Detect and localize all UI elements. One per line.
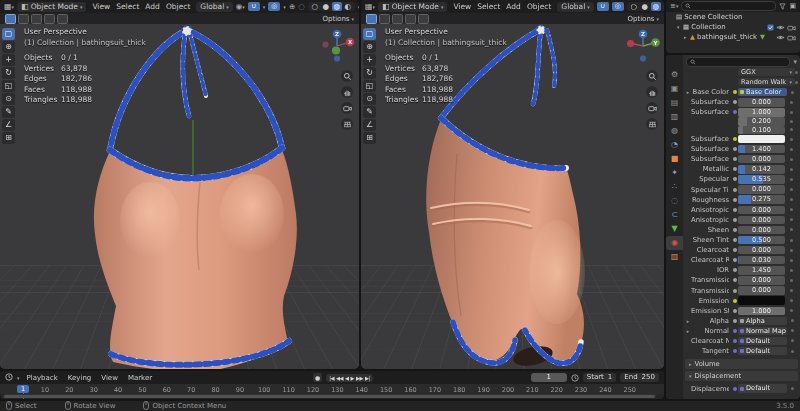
properties-tab-modifiers[interactable]: ✦ bbox=[666, 166, 683, 180]
properties-tab-world[interactable]: ◔ bbox=[666, 138, 683, 152]
move-tool[interactable]: + bbox=[363, 54, 376, 66]
menu-select[interactable]: Select bbox=[113, 2, 142, 11]
property-value-field[interactable]: 1.000 bbox=[738, 307, 785, 315]
animate-decorator[interactable] bbox=[785, 101, 798, 104]
property-value-field[interactable]: 0.000 bbox=[738, 286, 785, 294]
timeline-menu-marker[interactable]: Marker bbox=[125, 374, 155, 382]
property-value-field[interactable]: 0.535 bbox=[738, 175, 785, 183]
property-value-field[interactable]: 0.200 bbox=[738, 117, 785, 125]
outliner-row-scene-collection[interactable]: ▤Scene Collection bbox=[666, 12, 800, 22]
animate-decorator[interactable] bbox=[787, 319, 798, 322]
show-gizmo-icon[interactable]: ⊕ bbox=[289, 2, 295, 11]
properties-tab-texture[interactable]: ▨ bbox=[666, 250, 683, 264]
color-swatch[interactable] bbox=[738, 135, 785, 143]
menu-view[interactable]: View bbox=[450, 2, 474, 11]
properties-tab-tool[interactable]: ⚙ bbox=[666, 68, 683, 82]
animate-decorator[interactable] bbox=[785, 148, 798, 151]
shading-rendered-icon[interactable]: ◐ bbox=[662, 2, 664, 11]
timeline-ruler[interactable]: 1020304050607080901001101201301401501601… bbox=[0, 384, 664, 394]
current-frame-field[interactable]: 1 bbox=[531, 373, 567, 382]
shading-wireframe-icon[interactable]: ○ bbox=[629, 2, 639, 11]
properties-tab-scene[interactable]: ◍ bbox=[666, 124, 683, 138]
properties-tab-particles[interactable]: ∴ bbox=[666, 180, 683, 194]
outliner-editor-icon[interactable]: ≡▾ bbox=[670, 2, 678, 10]
animate-decorator[interactable] bbox=[785, 138, 798, 141]
select-mode-subtract[interactable] bbox=[392, 14, 403, 24]
rotate-tool[interactable]: ↻ bbox=[363, 67, 376, 79]
options-dropdown[interactable]: Options▾ bbox=[627, 15, 659, 23]
new-collection-icon[interactable]: ▣ bbox=[789, 2, 796, 10]
timeline-scrollbar[interactable] bbox=[4, 395, 655, 398]
property-value-field[interactable]: 0.000 bbox=[738, 226, 785, 234]
animate-decorator[interactable] bbox=[785, 309, 798, 312]
animate-decorator[interactable] bbox=[787, 329, 798, 332]
properties-filter-icon[interactable]: ▾ bbox=[793, 58, 797, 66]
shading-solid-icon[interactable]: ● bbox=[321, 2, 331, 11]
camera-toggle-icon[interactable] bbox=[787, 34, 796, 41]
properties-tab-object[interactable]: ■ bbox=[666, 152, 683, 166]
annotate-tool[interactable]: ✎ bbox=[2, 106, 15, 118]
animate-decorator[interactable] bbox=[787, 387, 798, 390]
outliner-search-input[interactable] bbox=[681, 1, 776, 11]
prev-keyframe-button[interactable]: ◀◀ bbox=[336, 375, 343, 381]
auto-keying-button[interactable]: ● bbox=[313, 373, 322, 382]
property-value-field[interactable]: 0.100 bbox=[738, 126, 785, 134]
distribution-dropdown[interactable]: GGX▾ bbox=[738, 68, 795, 77]
property-value-field[interactable]: 0.000 bbox=[738, 216, 785, 224]
pivot-point-icon[interactable]: ◉▾ bbox=[236, 2, 245, 11]
properties-tab-physics[interactable]: ◌ bbox=[666, 194, 683, 208]
timeline-menu-playback[interactable]: Playback bbox=[24, 374, 61, 382]
eye-toggle-icon[interactable] bbox=[776, 24, 785, 31]
rotate-tool[interactable]: ↻ bbox=[2, 67, 15, 79]
add-cube-tool[interactable]: ⊞ bbox=[363, 132, 376, 144]
select-mode-invert[interactable] bbox=[405, 14, 416, 24]
property-value-field[interactable]: 0.000 bbox=[738, 276, 785, 284]
navigation-gizmo[interactable]: Z X bbox=[320, 27, 356, 64]
menu-add[interactable]: Add bbox=[503, 2, 524, 11]
pan-icon[interactable] bbox=[341, 86, 353, 98]
animate-decorator[interactable] bbox=[785, 188, 798, 191]
playhead-badge[interactable]: 1 bbox=[17, 385, 29, 394]
filter-icon[interactable] bbox=[779, 3, 786, 10]
measure-tool[interactable]: ∠ bbox=[363, 119, 376, 131]
grid-icon[interactable] bbox=[341, 118, 353, 130]
animate-decorator[interactable] bbox=[785, 111, 798, 114]
animate-decorator[interactable] bbox=[785, 299, 798, 302]
outliner-row-bathingsuit-thick[interactable]: ▸▲bathingsuit_thick▼ bbox=[666, 32, 800, 42]
animate-decorator[interactable] bbox=[787, 339, 798, 342]
shading-material-preview-icon[interactable]: ◍ bbox=[651, 2, 661, 11]
animate-decorator[interactable] bbox=[785, 249, 798, 252]
animate-decorator[interactable] bbox=[785, 208, 798, 211]
menu-object[interactable]: Object bbox=[163, 2, 193, 11]
property-value-field[interactable]: Default bbox=[738, 384, 787, 392]
select-mode-set[interactable] bbox=[5, 14, 16, 24]
property-value-field[interactable]: Normal Map bbox=[738, 327, 787, 335]
timeline-menu-keying[interactable]: Keying bbox=[65, 374, 95, 382]
play-reverse-button[interactable]: ◀ bbox=[345, 375, 349, 381]
properties-tab-constraints[interactable]: ⊂ bbox=[666, 208, 683, 222]
add-cube-tool[interactable]: ⊞ bbox=[2, 132, 15, 144]
editor-type-icon[interactable]: ▦▾ bbox=[4, 2, 14, 11]
property-value-field[interactable]: Default bbox=[738, 347, 787, 355]
animate-decorator[interactable] bbox=[785, 120, 798, 123]
select-mode-intersect[interactable] bbox=[57, 14, 68, 24]
property-value-field[interactable]: Base Color bbox=[738, 88, 787, 96]
animate-decorator[interactable] bbox=[785, 128, 798, 131]
jump-to-end-button[interactable]: ▶| bbox=[365, 375, 370, 381]
measure-tool[interactable]: ∠ bbox=[2, 119, 15, 131]
viewport-canvas[interactable]: ▢⊕+↻◱⊙✎∠⊞ User Perspective (1) Collectio… bbox=[0, 24, 359, 369]
shading-rendered-icon[interactable]: ◐ bbox=[343, 2, 353, 11]
animate-decorator[interactable] bbox=[785, 198, 798, 201]
mode-dropdown[interactable]: ◧Object Mode▾ bbox=[17, 2, 86, 12]
select-box-tool[interactable]: ▢ bbox=[2, 28, 15, 40]
annotate-tool[interactable]: ✎ bbox=[363, 106, 376, 118]
cursor-tool[interactable]: ⊕ bbox=[2, 41, 15, 53]
property-value-field[interactable]: Alpha bbox=[738, 317, 787, 325]
select-mode-extend[interactable] bbox=[18, 14, 29, 24]
outliner-row-collection[interactable]: ▾▦Collection bbox=[666, 22, 800, 32]
orientation-dropdown[interactable]: Global▾ bbox=[196, 2, 232, 12]
color-swatch[interactable] bbox=[738, 296, 785, 304]
menu-add[interactable]: Add bbox=[142, 2, 163, 11]
viewport-canvas[interactable]: ▢⊕+↻◱⊙✎∠⊞ User Perspective (1) Collectio… bbox=[361, 24, 664, 369]
menu-view[interactable]: View bbox=[89, 2, 113, 11]
